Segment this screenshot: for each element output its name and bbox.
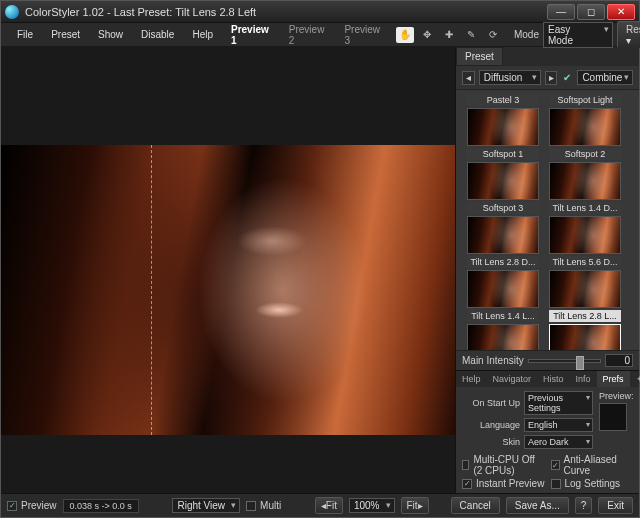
preset-thumb-image [467,216,539,254]
right-panel: Preset ◂ Diffusion ▸ ✔ Combine Pastel 3S… [455,47,639,493]
preview-swatch[interactable] [599,403,627,431]
reset-button[interactable]: Reset ▾ [617,21,640,49]
menu-preset[interactable]: Preset [43,26,88,43]
aa-checkbox[interactable]: ✓ [551,460,560,470]
rotate-icon[interactable]: ⟳ [484,27,502,43]
preset-thumb-image [467,270,539,308]
fit-button-left[interactable]: ◂Fit [315,497,343,514]
intensity-slider[interactable] [528,359,601,363]
instant-checkbox[interactable]: ✓ [462,479,472,489]
tab-help[interactable]: Help [456,371,487,387]
multicpu-checkbox[interactable] [462,460,469,470]
preset-thumb-image [467,324,539,350]
minimize-button[interactable]: — [547,4,575,20]
preset-thumb-label: Softspot 2 [549,148,621,160]
preset-thumb-image [549,216,621,254]
preview-canvas[interactable] [1,47,455,493]
startup-select[interactable]: Previous Settings [524,391,593,415]
app-window: ColorStyler 1.02 - Last Preset: Tilt Len… [0,0,640,518]
menu-file[interactable]: File [9,26,41,43]
tab-navigator[interactable]: Navigator [487,371,538,387]
preset-thumb[interactable]: Softspot 3 [466,202,540,254]
menu-help[interactable]: Help [184,26,221,43]
language-label: Language [462,420,520,430]
preset-thumb[interactable]: Softspot 1 [466,148,540,200]
app-icon [5,5,19,19]
saveas-button[interactable]: Save As... [506,497,569,514]
tab-more[interactable]: ✦ [630,371,640,387]
language-select[interactable]: English [524,418,593,432]
hand-tool-icon[interactable]: ✋ [396,27,414,43]
preset-thumb-image [467,162,539,200]
preview-image [1,145,455,435]
mode-label: Mode [514,29,539,40]
zoom-select[interactable]: 100% [349,498,395,513]
preset-thumb[interactable]: Tilt Lens 2.8 L... [548,310,622,350]
preview-swatch-label: Preview: [599,391,633,401]
move-tool-icon[interactable]: ✥ [418,27,436,43]
preset-thumb-label: Tilt Lens 5.6 D... [549,256,621,268]
maximize-button[interactable]: ◻ [577,4,605,20]
timing-readout: 0.038 s -> 0.0 s [63,499,139,513]
preset-thumb-label: Tilt Lens 1.4 D... [549,202,621,214]
preset-thumb-label: Softspot 3 [467,202,539,214]
tab-preview2[interactable]: Preview 2 [283,21,331,49]
intensity-value[interactable]: 0 [605,354,633,367]
prev-category-button[interactable]: ◂ [462,71,475,85]
preset-thumbnails: Pastel 3Softspot LightSoftspot 1Softspot… [456,90,639,350]
menu-disable[interactable]: Disable [133,26,182,43]
mode-select[interactable]: Easy Mode [543,22,613,48]
menu-show[interactable]: Show [90,26,131,43]
window-title: ColorStyler 1.02 - Last Preset: Tilt Len… [25,6,547,18]
skin-select[interactable]: Aero Dark [524,435,593,449]
statusbar: ✓Preview 0.038 s -> 0.0 s Right View Mul… [1,493,639,517]
crop-tool-icon[interactable]: ✚ [440,27,458,43]
preset-thumb-image [549,270,621,308]
close-button[interactable]: ✕ [607,4,635,20]
preset-thumb[interactable]: Tilt Lens 2.8 D... [466,256,540,308]
tab-histo[interactable]: Histo [537,371,570,387]
preview-label: Preview [21,500,57,511]
preview-tabs: Preview 1 Preview 2 Preview 3 [225,21,386,49]
startup-label: On Start Up [462,398,520,408]
preset-thumb[interactable]: Tilt Lens 5.6 D... [548,256,622,308]
preset-thumb-label: Pastel 3 [467,94,539,106]
preset-thumb[interactable]: Tilt Lens 1.4 L... [466,310,540,350]
preset-thumb-label: Tilt Lens 1.4 L... [467,310,539,322]
log-checkbox[interactable] [551,479,561,489]
help-button[interactable]: ? [575,497,593,514]
skin-label: Skin [462,437,520,447]
preset-thumb-label: Softspot 1 [467,148,539,160]
toolbar: ✋ ✥ ✚ ✎ ⟳ [396,27,502,43]
preset-thumb[interactable]: Softspot Light [548,94,622,146]
preset-thumb-label: Tilt Lens 2.8 D... [467,256,539,268]
tab-info[interactable]: Info [570,371,597,387]
tab-prefs[interactable]: Prefs [597,371,630,387]
preset-thumb-image [467,108,539,146]
combine-select[interactable]: Combine [577,70,633,85]
exit-button[interactable]: Exit [598,497,633,514]
eyedropper-icon[interactable]: ✎ [462,27,480,43]
category-select[interactable]: Diffusion [479,70,541,85]
preset-thumb[interactable]: Pastel 3 [466,94,540,146]
cancel-button[interactable]: Cancel [451,497,500,514]
preset-thumb-label: Tilt Lens 2.8 L... [549,310,621,322]
preset-thumb-label: Softspot Light [549,94,621,106]
fit-button-right[interactable]: Fit▸ [401,497,429,514]
preset-thumb[interactable]: Tilt Lens 1.4 D... [548,202,622,254]
multi-checkbox[interactable] [246,501,256,511]
preset-thumb-image [549,162,621,200]
preset-thumb-image [549,108,621,146]
next-category-button[interactable]: ▸ [545,71,558,85]
preset-thumb-image [549,324,621,350]
tab-preview3[interactable]: Preview 3 [338,21,386,49]
preset-thumb[interactable]: Softspot 2 [548,148,622,200]
intensity-label: Main Intensity [462,355,524,366]
menubar: File Preset Show Disable Help Preview 1 … [1,23,639,47]
check-icon: ✔ [563,72,571,83]
canvas-area [1,47,455,493]
preset-tab[interactable]: Preset [456,47,503,66]
preview-checkbox[interactable]: ✓ [7,501,17,511]
view-select[interactable]: Right View [172,498,240,513]
tab-preview1[interactable]: Preview 1 [225,21,275,49]
